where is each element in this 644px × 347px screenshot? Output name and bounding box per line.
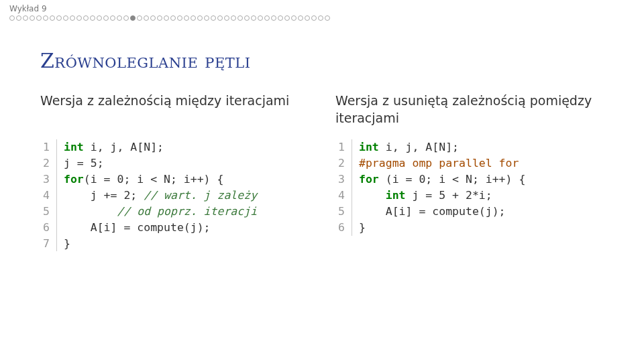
line-number: 6 — [335, 220, 345, 236]
progress-dot — [224, 15, 229, 21]
progress-dot — [50, 15, 55, 21]
code-line: j = 5; — [64, 155, 257, 171]
progress-dot — [76, 15, 82, 21]
code-line: j += 2; // wart. j zależy — [64, 188, 257, 204]
right-code-lines: int i, j, A[N];#pragma omp parallel forf… — [352, 139, 525, 236]
line-number: 3 — [40, 171, 50, 188]
line-number: 3 — [335, 171, 345, 188]
slide: Wykład 9 Zrównoleglanie pętli Wersja z z… — [0, 0, 644, 347]
progress-dot — [258, 15, 263, 21]
line-number: 2 — [40, 155, 50, 171]
progress-dot — [264, 15, 270, 21]
code-line: #pragma omp parallel for — [359, 155, 525, 171]
progress-dot — [305, 15, 310, 21]
code-line: // od poprz. iteracji — [64, 204, 257, 220]
progress-dot — [170, 15, 176, 21]
line-number: 5 — [40, 204, 50, 220]
progress-dot — [271, 15, 276, 21]
progress-dot — [184, 15, 189, 21]
progress-dot — [16, 15, 21, 21]
code-line: } — [359, 220, 525, 236]
progress-dot — [177, 15, 182, 21]
progress-dots — [9, 15, 635, 21]
progress-dot — [70, 15, 75, 21]
progress-dot — [30, 15, 35, 21]
progress-dot — [217, 15, 223, 21]
code-line: for (i = 0; i < N; i++) { — [359, 171, 525, 188]
progress-dot — [211, 15, 216, 21]
code-line: for(i = 0; i < N; i++) { — [64, 171, 257, 188]
progress-dot — [318, 15, 323, 21]
slide-title: Zrównoleglanie pętli — [40, 49, 644, 72]
code-line: } — [64, 236, 257, 252]
progress-dot — [164, 15, 169, 21]
progress-dot — [63, 15, 68, 21]
slide-header: Wykład 9 — [0, 0, 644, 22]
progress-dot — [278, 15, 283, 21]
progress-dot — [90, 15, 95, 21]
line-number: 1 — [40, 139, 50, 155]
line-number: 5 — [335, 204, 345, 220]
code-line: int i, j, A[N]; — [359, 139, 525, 155]
progress-dot — [284, 15, 290, 21]
section-name: Wykład 9 — [9, 4, 635, 13]
progress-dot — [36, 15, 42, 21]
progress-dot — [298, 15, 303, 21]
progress-dot — [137, 15, 142, 21]
line-number: 4 — [40, 188, 50, 204]
progress-dot — [130, 15, 136, 21]
right-code-block: 123456 int i, j, A[N];#pragma omp parall… — [335, 139, 604, 236]
left-line-numbers: 1234567 — [40, 139, 57, 251]
progress-dot — [23, 15, 28, 21]
progress-dot — [103, 15, 109, 21]
progress-dot — [43, 15, 48, 21]
left-description: Wersja z zależnością między iteracjami — [40, 92, 309, 129]
left-code-lines: int i, j, A[N];j = 5;for(i = 0; i < N; i… — [57, 139, 257, 251]
progress-dot — [251, 15, 256, 21]
left-column: Wersja z zależnością między iteracjami 1… — [40, 92, 309, 251]
content-columns: Wersja z zależnością między iteracjami 1… — [0, 92, 644, 251]
left-code-block: 1234567 int i, j, A[N];j = 5;for(i = 0; … — [40, 139, 309, 251]
progress-dot — [97, 15, 102, 21]
progress-dot — [9, 15, 15, 21]
code-line: int i, j, A[N]; — [64, 139, 257, 155]
code-line: int j = 5 + 2*i; — [359, 188, 525, 204]
progress-dot — [291, 15, 297, 21]
progress-dot — [110, 15, 115, 21]
progress-dot — [144, 15, 149, 21]
progress-dot — [204, 15, 209, 21]
progress-dot — [311, 15, 317, 21]
progress-dot — [191, 15, 196, 21]
progress-dot — [231, 15, 236, 21]
progress-dot — [150, 15, 156, 21]
line-number: 7 — [40, 236, 50, 252]
progress-dot — [117, 15, 122, 21]
right-line-numbers: 123456 — [335, 139, 352, 236]
line-number: 6 — [40, 220, 50, 236]
progress-dot — [325, 15, 330, 21]
progress-dot — [83, 15, 89, 21]
progress-dot — [56, 15, 62, 21]
line-number: 1 — [335, 139, 345, 155]
right-column: Wersja z usuniętą zależnością pomiędzy i… — [335, 92, 604, 251]
progress-dot — [157, 15, 162, 21]
right-description: Wersja z usuniętą zależnością pomiędzy i… — [335, 92, 604, 129]
code-line: A[i] = compute(j); — [359, 204, 525, 220]
progress-dot — [197, 15, 203, 21]
line-number: 2 — [335, 155, 345, 171]
progress-dot — [244, 15, 250, 21]
progress-dot — [237, 15, 243, 21]
progress-dot — [123, 15, 129, 21]
code-line: A[i] = compute(j); — [64, 220, 257, 236]
line-number: 4 — [335, 188, 345, 204]
